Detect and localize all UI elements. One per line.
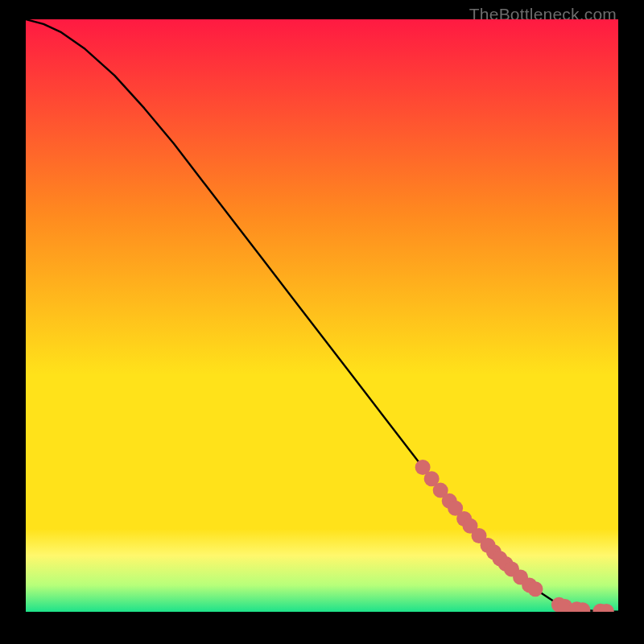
chart-frame: TheBottleneck.com bbox=[0, 0, 644, 644]
svg-rect-0 bbox=[26, 19, 618, 612]
plot-area bbox=[26, 19, 618, 612]
chart-svg bbox=[26, 19, 618, 612]
marker-dot bbox=[527, 581, 543, 597]
